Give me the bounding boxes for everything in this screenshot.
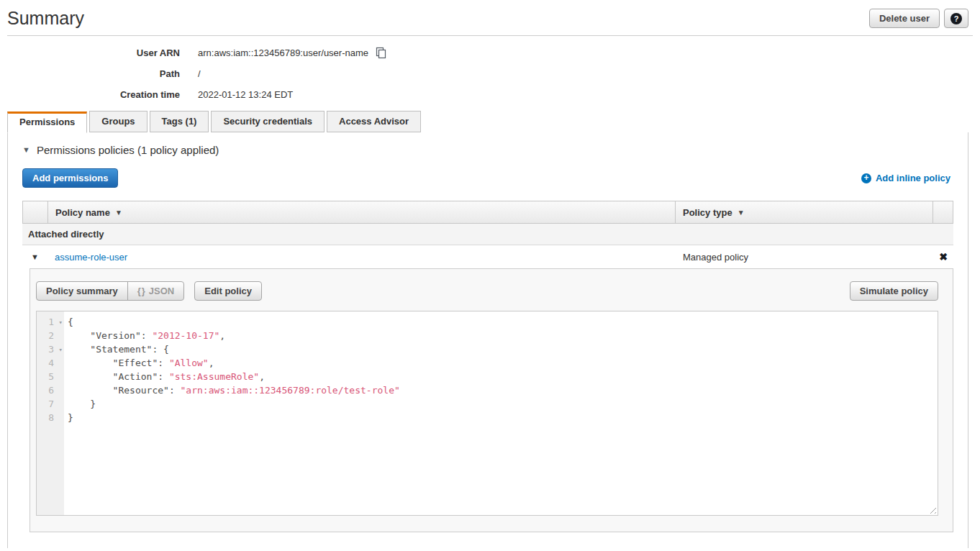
- policy-name-link[interactable]: assume-role-user: [47, 252, 676, 263]
- header-actions: Delete user ?: [869, 9, 968, 28]
- attached-directly-group-row: Attached directly: [22, 224, 953, 245]
- page-header: Summary Delete user ?: [0, 0, 980, 29]
- tab-security-credentials[interactable]: Security credentials: [211, 111, 325, 132]
- line-number[interactable]: 1▾: [37, 315, 64, 329]
- help-button[interactable]: ?: [944, 9, 968, 28]
- line-number[interactable]: 5: [37, 370, 64, 383]
- code-line: }: [68, 411, 938, 424]
- sort-caret-icon: ▼: [738, 209, 745, 217]
- code-line: }: [68, 397, 938, 411]
- policy-detail-toolbar: Policy summary {}JSON Edit policy Simula…: [36, 281, 938, 301]
- line-number[interactable]: 6: [37, 383, 64, 397]
- path-label: Path: [0, 68, 180, 79]
- json-button-label: JSON: [149, 286, 174, 296]
- page-title: Summary: [7, 7, 84, 29]
- json-view-button[interactable]: {}JSON: [127, 281, 185, 301]
- policy-name-column-header[interactable]: Policy name ▼: [48, 201, 675, 223]
- copy-icon[interactable]: [375, 47, 387, 59]
- line-number[interactable]: 4: [37, 356, 64, 370]
- permissions-policies-section-toggle[interactable]: ▼ Permissions policies (1 policy applied…: [22, 144, 953, 156]
- sort-caret-icon: ▼: [115, 209, 122, 217]
- permissions-policies-title: Permissions policies (1 policy applied): [37, 144, 219, 156]
- editor-gutter: 1▾23▾45678: [37, 311, 64, 515]
- fold-caret-icon[interactable]: ▾: [59, 316, 63, 329]
- policy-view-toggle: Policy summary {}JSON: [36, 281, 184, 301]
- tab-bar: Permissions Groups Tags (1) Security cre…: [0, 111, 980, 132]
- policy-type-column-header[interactable]: Policy type ▼: [675, 201, 933, 223]
- tab-tags[interactable]: Tags (1): [150, 111, 209, 132]
- path-value: /: [198, 68, 201, 79]
- edit-policy-button[interactable]: Edit policy: [194, 281, 262, 301]
- add-inline-policy-label: Add inline policy: [876, 173, 950, 183]
- policy-actions-row: Add permissions + Add inline policy: [22, 168, 953, 188]
- policy-detail-panel: Policy summary {}JSON Edit policy Simula…: [30, 268, 953, 532]
- add-inline-policy-link[interactable]: + Add inline policy: [861, 173, 950, 183]
- row-expand-caret-icon[interactable]: ▼: [22, 252, 47, 261]
- permissions-tab-panel: ▼ Permissions policies (1 policy applied…: [7, 132, 968, 548]
- code-line: "Resource": "arn:aws:iam::123456789:role…: [68, 383, 938, 397]
- add-permissions-button[interactable]: Add permissions: [22, 168, 118, 188]
- expand-column-header: [23, 201, 48, 223]
- code-line: {: [68, 315, 938, 329]
- user-arn-value: arn:aws:iam::123456789:user/user-name: [198, 47, 368, 58]
- help-icon: ?: [950, 13, 962, 24]
- code-line: "Statement": {: [68, 342, 938, 356]
- tab-permissions[interactable]: Permissions: [7, 111, 87, 133]
- tab-groups[interactable]: Groups: [89, 111, 147, 132]
- remove-policy-icon[interactable]: ✖: [933, 251, 953, 263]
- policy-summary-button[interactable]: Policy summary: [36, 281, 128, 301]
- line-number[interactable]: 8: [37, 411, 64, 424]
- section-collapse-caret-icon: ▼: [22, 146, 30, 154]
- user-details: User ARN arn:aws:iam::123456789:user/use…: [0, 36, 980, 100]
- json-policy-editor[interactable]: 1▾23▾45678 { "Version": "2012-10-17", "S…: [36, 311, 938, 516]
- editor-code[interactable]: { "Version": "2012-10-17", "Statement": …: [64, 311, 938, 515]
- creation-time-row: Creation time 2022-01-12 13:24 EDT: [0, 88, 980, 100]
- code-line: "Version": "2012-10-17",: [68, 329, 938, 342]
- user-arn-label: User ARN: [0, 47, 180, 58]
- line-number[interactable]: 3▾: [37, 342, 64, 356]
- remove-column-header: [933, 201, 953, 223]
- delete-user-button[interactable]: Delete user: [869, 9, 940, 28]
- simulate-policy-button[interactable]: Simulate policy: [850, 281, 938, 301]
- braces-icon: {}: [137, 286, 146, 296]
- creation-time-value: 2022-01-12 13:24 EDT: [198, 89, 293, 100]
- line-number[interactable]: 7: [37, 397, 64, 411]
- path-row: Path /: [0, 68, 980, 79]
- creation-time-label: Creation time: [0, 89, 180, 100]
- policy-type-header-label: Policy type: [683, 207, 732, 218]
- policy-type-value: Managed policy: [676, 252, 933, 263]
- code-line: "Action": "sts:AssumeRole",: [68, 370, 938, 383]
- plus-circle-icon: +: [861, 173, 871, 183]
- table-row: ▼ assume-role-user Managed policy ✖: [22, 245, 953, 268]
- attached-directly-label: Attached directly: [28, 229, 104, 240]
- policy-name-header-label: Policy name: [55, 207, 110, 218]
- line-number[interactable]: 2: [37, 329, 64, 342]
- fold-caret-icon[interactable]: ▾: [59, 343, 63, 357]
- user-arn-row: User ARN arn:aws:iam::123456789:user/use…: [0, 47, 980, 58]
- policy-table-header: Policy name ▼ Policy type ▼: [22, 201, 953, 224]
- policy-table: Policy name ▼ Policy type ▼ Attached dir…: [22, 201, 953, 532]
- code-line: "Effect": "Allow",: [68, 356, 938, 370]
- tab-access-advisor[interactable]: Access Advisor: [327, 111, 421, 132]
